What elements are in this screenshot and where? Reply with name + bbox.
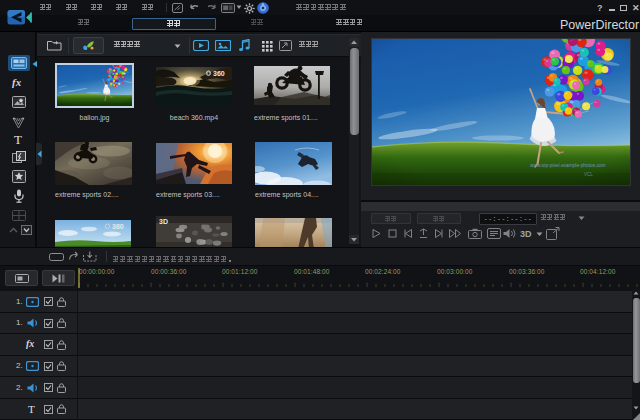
svg-text:3D: 3D [159, 218, 168, 225]
svg-text:360: 360 [112, 223, 124, 230]
svg-text:360: 360 [213, 70, 225, 77]
svg-text:www.top-pixel.example-photos.c: www.top-pixel.example-photos.com [530, 163, 605, 168]
svg-text:VCL: VCL [584, 172, 593, 177]
